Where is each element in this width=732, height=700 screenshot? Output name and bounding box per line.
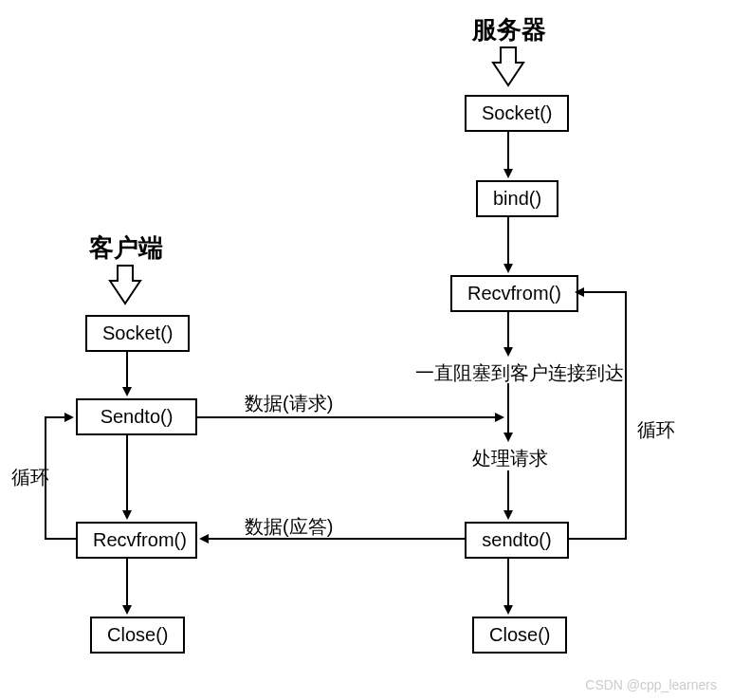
server-title: 服务器	[472, 13, 546, 46]
server-title-arrow	[493, 47, 523, 85]
response-label: 数据(应答)	[245, 514, 333, 540]
client-socket-box: Socket()	[85, 315, 190, 352]
client-recvfrom-box: Recvfrom()	[76, 522, 197, 559]
arrow-server-loop	[569, 292, 626, 539]
diagram-container: 服务器 客户端 Socket() bind() Recvfrom() sendt…	[0, 0, 732, 700]
server-sendto-box: sendto()	[465, 522, 569, 559]
server-bind-box: bind()	[476, 180, 558, 217]
server-socket-box: Socket()	[465, 95, 569, 132]
server-loop-text: 循环	[637, 417, 675, 443]
watermark: CSDN @cpp_learners	[585, 677, 717, 692]
client-loop-text: 循环	[11, 465, 49, 490]
client-title-arrow	[110, 266, 140, 304]
server-recvfrom-box: Recvfrom()	[450, 275, 578, 312]
server-process-text: 处理请求	[472, 446, 548, 471]
arrow-client-loop	[46, 417, 76, 539]
client-title: 客户端	[89, 231, 163, 265]
server-close-box: Close()	[472, 617, 567, 654]
client-sendto-box: Sendto()	[76, 398, 197, 435]
server-block-text: 一直阻塞到客户连接到达	[415, 360, 624, 386]
request-label: 数据(请求)	[245, 391, 333, 416]
client-close-box: Close()	[90, 617, 185, 654]
